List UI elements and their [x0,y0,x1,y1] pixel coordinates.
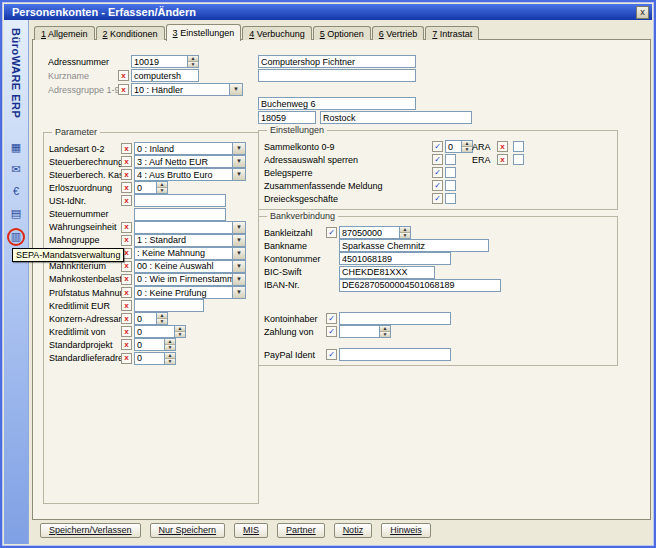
dropdown-arrow-icon[interactable]: ▼ [232,156,245,167]
clear-x-button[interactable]: x [497,154,508,165]
spin-down-icon[interactable]: ▼ [175,331,185,337]
button-notiz[interactable]: Notiz [334,523,373,538]
spinner-buttons[interactable]: ▲▼ [399,227,410,238]
spinner-buttons[interactable]: ▲▼ [156,182,167,193]
dropdown-arrow-icon[interactable]: ▼ [232,248,245,259]
kurzname-input[interactable]: computersh [131,69,199,82]
text-input[interactable]: DE62870500004501068189 [339,279,501,292]
dropdown-arrow-icon[interactable]: ▼ [232,222,245,233]
clear-x-button[interactable]: x [121,261,132,272]
checkbox[interactable] [445,154,456,165]
checkbox[interactable] [445,193,456,204]
clear-x-button[interactable]: x [121,300,132,311]
adressgruppe-x-button[interactable]: x [118,84,129,95]
check-mark-button[interactable]: ✓ [432,154,443,165]
spin-field[interactable]: 0▲▼ [134,181,168,194]
dropdown-field[interactable]: 4 : Aus Brutto Euro▼ [134,168,246,181]
spin-field[interactable]: 0▲▼ [134,338,176,351]
button-hinweis[interactable]: Hinweis [381,523,431,538]
spin-field[interactable]: 0▲▼ [134,325,186,338]
clear-x-button[interactable]: x [121,222,132,233]
list-icon[interactable]: ▤ [8,206,24,221]
button-partner[interactable]: Partner [277,523,325,538]
form-icon[interactable]: ▦ [8,140,24,155]
check-mark-button[interactable]: ✓ [326,313,337,324]
spin-down-icon[interactable]: ▼ [188,61,198,67]
checkbox[interactable] [513,154,524,165]
spin-field[interactable]: 0▲▼ [445,140,473,153]
close-button[interactable]: x [636,6,649,19]
spin-down-icon[interactable]: ▼ [400,232,410,238]
spin-field[interactable]: 0▲▼ [134,312,168,325]
text-input[interactable]: Sparkasse Chemnitz [339,239,489,252]
spin-down-icon[interactable]: ▼ [380,331,390,337]
button-mis[interactable]: MIS [234,523,268,538]
dropdown-arrow-icon[interactable]: ▼ [232,143,245,154]
clear-x-button[interactable]: x [121,353,132,364]
tab-vertrieb[interactable]: 6 Vertrieb [372,26,425,40]
clear-x-button[interactable]: x [121,287,132,298]
spin-field[interactable]: ▲▼ [339,325,391,338]
spinner-buttons[interactable]: ▲▼ [187,56,198,67]
text-input[interactable] [134,208,226,221]
check-mark-button[interactable]: ✓ [432,141,443,152]
clear-x-button[interactable]: x [121,195,132,206]
text-input[interactable] [339,312,451,325]
spin-down-icon[interactable]: ▼ [157,187,167,193]
dropdown-field[interactable]: 3 : Auf Netto EUR▼ [134,155,246,168]
dropdown-arrow-icon[interactable]: ▼ [232,274,245,285]
name2-input[interactable] [258,69,416,82]
clear-x-button[interactable]: x [121,156,132,167]
button-nur-speichern[interactable]: Nur Speichern [150,523,226,538]
checkbox[interactable] [445,180,456,191]
check-mark-button[interactable]: ✓ [432,167,443,178]
clear-x-button[interactable]: x [121,143,132,154]
spin-down-icon[interactable]: ▼ [165,358,175,364]
dropdown-arrow-icon[interactable]: ▼ [232,261,245,272]
ort-input[interactable]: Rostock [320,111,472,124]
dropdown-field[interactable]: : Keine Mahnung▼ [134,247,246,260]
tab-verbuchung[interactable]: 4 Verbuchung [242,26,312,40]
tab-konditionen[interactable]: 2 Konditionen [96,26,165,40]
text-input[interactable] [134,299,204,312]
spin-down-icon[interactable]: ▼ [462,146,472,152]
dropdown-field[interactable]: ▼ [134,221,246,234]
spinner-buttons[interactable]: ▲▼ [156,313,167,324]
name1-input[interactable]: Computershop Fichtner [258,55,416,68]
dropdown-arrow-icon[interactable]: ▼ [232,235,245,246]
clear-x-button[interactable]: x [121,182,132,193]
spin-field[interactable]: 87050000▲▼ [339,226,411,239]
tab-optionen[interactable]: 5 Optionen [313,26,371,40]
tab-einstellungen[interactable]: 3 Einstellungen [166,24,242,41]
spinner-buttons[interactable]: ▲▼ [379,326,390,337]
sepa-mandate-icon[interactable]: ▥ [7,228,25,246]
spinner-buttons[interactable]: ▲▼ [461,141,472,152]
plz-input[interactable]: 18059 [258,111,316,124]
text-input[interactable] [339,348,451,361]
text-input[interactable]: CHEKDE81XXX [339,266,435,279]
clear-x-button[interactable]: x [121,339,132,350]
check-mark-button[interactable]: ✓ [432,193,443,204]
dropdown-field[interactable]: 0 : Wie im Firmenstamm eing▼ [134,273,246,286]
dropdown-arrow-icon[interactable]: ▼ [232,287,245,298]
tab-intrastat[interactable]: 7 Intrastat [425,26,479,40]
adressgruppe-select[interactable]: 10 : Händler ▼ [131,83,243,96]
adressnummer-input[interactable]: 10019 ▲▼ [131,55,199,68]
text-input[interactable]: 4501068189 [339,252,451,265]
clear-x-button[interactable]: x [121,274,132,285]
dropdown-field[interactable]: 0 : Keine Prüfung▼ [134,286,246,299]
spin-down-icon[interactable]: ▼ [157,318,167,324]
spinner-buttons[interactable]: ▲▼ [164,353,175,364]
spin-field[interactable]: 0▲▼ [134,352,176,365]
dropdown-arrow-icon[interactable]: ▼ [229,84,242,95]
clear-x-button[interactable]: x [497,141,508,152]
mail-icon[interactable]: ✉ [8,162,24,177]
kurzname-x-button[interactable]: x [118,70,129,81]
tab-allgemein[interactable]: 1 Allgemein [34,26,95,40]
strasse-input[interactable]: Buchenweg 6 [258,97,416,110]
check-mark-button[interactable]: ✓ [326,349,337,360]
euro-icon[interactable]: € [8,184,24,199]
dropdown-arrow-icon[interactable]: ▼ [232,169,245,180]
spinner-buttons[interactable]: ▲▼ [174,326,185,337]
check-mark-button[interactable]: ✓ [326,227,337,238]
